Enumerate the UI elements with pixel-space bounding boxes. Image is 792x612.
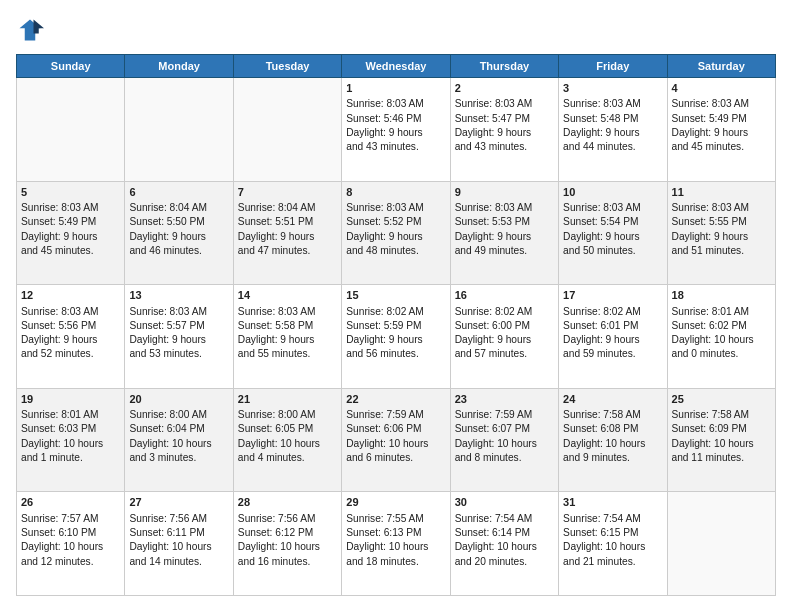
cell-content-line: Sunset: 5:53 PM <box>455 216 530 227</box>
cell-content-line: Sunrise: 8:03 AM <box>563 202 641 213</box>
cell-content-line: Sunrise: 7:56 AM <box>238 513 316 524</box>
day-number: 5 <box>21 185 120 200</box>
calendar-cell <box>17 78 125 182</box>
cell-content-line: Sunrise: 7:55 AM <box>346 513 424 524</box>
cell-content-line: Sunrise: 8:03 AM <box>238 306 316 317</box>
calendar-week-4: 19Sunrise: 8:01 AMSunset: 6:03 PMDayligh… <box>17 388 776 492</box>
calendar-cell <box>667 492 775 596</box>
cell-content-line: Sunrise: 7:58 AM <box>563 409 641 420</box>
cell-content-line: and 6 minutes. <box>346 452 413 463</box>
calendar-table: SundayMondayTuesdayWednesdayThursdayFrid… <box>16 54 776 596</box>
cell-content-line: Sunset: 6:14 PM <box>455 527 530 538</box>
cell-content-line: Daylight: 9 hours <box>21 334 97 345</box>
svg-marker-1 <box>34 20 45 34</box>
cell-content-line: Sunset: 6:11 PM <box>129 527 204 538</box>
cell-content-line: and 46 minutes. <box>129 245 202 256</box>
calendar-cell: 25Sunrise: 7:58 AMSunset: 6:09 PMDayligh… <box>667 388 775 492</box>
cell-content-line: Daylight: 10 hours <box>129 438 211 449</box>
calendar-cell <box>125 78 233 182</box>
weekday-header-monday: Monday <box>125 55 233 78</box>
calendar-cell: 29Sunrise: 7:55 AMSunset: 6:13 PMDayligh… <box>342 492 450 596</box>
cell-content-line: Sunset: 6:09 PM <box>672 423 747 434</box>
cell-content-line: Sunrise: 8:03 AM <box>672 98 750 109</box>
day-number: 27 <box>129 495 228 510</box>
cell-content-line: Sunrise: 8:03 AM <box>346 202 424 213</box>
weekday-header-friday: Friday <box>559 55 667 78</box>
cell-content-line: Sunset: 5:47 PM <box>455 113 530 124</box>
cell-content-line: Daylight: 9 hours <box>455 127 531 138</box>
cell-content-line: Sunrise: 7:58 AM <box>672 409 750 420</box>
cell-content-line: Sunrise: 8:04 AM <box>129 202 207 213</box>
day-number: 2 <box>455 81 554 96</box>
cell-content-line: Sunrise: 8:04 AM <box>238 202 316 213</box>
header <box>16 16 776 44</box>
cell-content-line: and 14 minutes. <box>129 556 202 567</box>
cell-content-line: Sunset: 5:50 PM <box>129 216 204 227</box>
day-number: 18 <box>672 288 771 303</box>
calendar-cell: 9Sunrise: 8:03 AMSunset: 5:53 PMDaylight… <box>450 181 558 285</box>
cell-content-line: Sunset: 6:01 PM <box>563 320 638 331</box>
cell-content-line: Sunset: 5:52 PM <box>346 216 421 227</box>
logo <box>16 16 48 44</box>
calendar-cell: 18Sunrise: 8:01 AMSunset: 6:02 PMDayligh… <box>667 285 775 389</box>
weekday-header-sunday: Sunday <box>17 55 125 78</box>
calendar-cell: 14Sunrise: 8:03 AMSunset: 5:58 PMDayligh… <box>233 285 341 389</box>
cell-content-line: and 0 minutes. <box>672 348 739 359</box>
cell-content-line: Sunset: 5:49 PM <box>672 113 747 124</box>
cell-content-line: and 12 minutes. <box>21 556 94 567</box>
day-number: 19 <box>21 392 120 407</box>
weekday-header-row: SundayMondayTuesdayWednesdayThursdayFrid… <box>17 55 776 78</box>
calendar-cell: 17Sunrise: 8:02 AMSunset: 6:01 PMDayligh… <box>559 285 667 389</box>
day-number: 26 <box>21 495 120 510</box>
cell-content-line: Sunrise: 7:57 AM <box>21 513 99 524</box>
day-number: 20 <box>129 392 228 407</box>
day-number: 17 <box>563 288 662 303</box>
cell-content-line: Daylight: 9 hours <box>672 231 748 242</box>
cell-content-line: Sunset: 5:58 PM <box>238 320 313 331</box>
cell-content-line: and 49 minutes. <box>455 245 528 256</box>
cell-content-line: and 43 minutes. <box>346 141 419 152</box>
cell-content-line: Sunset: 6:12 PM <box>238 527 313 538</box>
calendar-week-1: 1Sunrise: 8:03 AMSunset: 5:46 PMDaylight… <box>17 78 776 182</box>
calendar-cell: 27Sunrise: 7:56 AMSunset: 6:11 PMDayligh… <box>125 492 233 596</box>
cell-content-line: Sunset: 5:48 PM <box>563 113 638 124</box>
cell-content-line: Sunset: 6:00 PM <box>455 320 530 331</box>
calendar-week-5: 26Sunrise: 7:57 AMSunset: 6:10 PMDayligh… <box>17 492 776 596</box>
calendar-cell: 1Sunrise: 8:03 AMSunset: 5:46 PMDaylight… <box>342 78 450 182</box>
day-number: 25 <box>672 392 771 407</box>
cell-content-line: Sunset: 5:55 PM <box>672 216 747 227</box>
cell-content-line: Sunrise: 8:03 AM <box>455 202 533 213</box>
cell-content-line: Sunrise: 7:59 AM <box>455 409 533 420</box>
day-number: 21 <box>238 392 337 407</box>
cell-content-line: Sunrise: 8:03 AM <box>21 202 99 213</box>
cell-content-line: and 1 minute. <box>21 452 83 463</box>
cell-content-line: Daylight: 10 hours <box>346 541 428 552</box>
day-number: 22 <box>346 392 445 407</box>
cell-content-line: Sunset: 6:08 PM <box>563 423 638 434</box>
calendar-week-3: 12Sunrise: 8:03 AMSunset: 5:56 PMDayligh… <box>17 285 776 389</box>
calendar-cell: 2Sunrise: 8:03 AMSunset: 5:47 PMDaylight… <box>450 78 558 182</box>
cell-content-line: Sunrise: 8:01 AM <box>672 306 750 317</box>
cell-content-line: and 53 minutes. <box>129 348 202 359</box>
cell-content-line: Sunrise: 8:02 AM <box>455 306 533 317</box>
calendar-cell: 4Sunrise: 8:03 AMSunset: 5:49 PMDaylight… <box>667 78 775 182</box>
calendar-cell: 11Sunrise: 8:03 AMSunset: 5:55 PMDayligh… <box>667 181 775 285</box>
cell-content-line: and 11 minutes. <box>672 452 745 463</box>
cell-content-line: Sunrise: 8:03 AM <box>455 98 533 109</box>
cell-content-line: Sunrise: 8:03 AM <box>129 306 207 317</box>
calendar-cell: 24Sunrise: 7:58 AMSunset: 6:08 PMDayligh… <box>559 388 667 492</box>
cell-content-line: and 57 minutes. <box>455 348 528 359</box>
cell-content-line: and 21 minutes. <box>563 556 636 567</box>
day-number: 6 <box>129 185 228 200</box>
weekday-header-saturday: Saturday <box>667 55 775 78</box>
cell-content-line: Daylight: 9 hours <box>563 334 639 345</box>
cell-content-line: Sunrise: 7:56 AM <box>129 513 207 524</box>
cell-content-line: Sunrise: 8:00 AM <box>129 409 207 420</box>
cell-content-line: Daylight: 10 hours <box>455 541 537 552</box>
day-number: 28 <box>238 495 337 510</box>
day-number: 1 <box>346 81 445 96</box>
day-number: 12 <box>21 288 120 303</box>
cell-content-line: Sunset: 6:10 PM <box>21 527 96 538</box>
weekday-header-thursday: Thursday <box>450 55 558 78</box>
day-number: 13 <box>129 288 228 303</box>
